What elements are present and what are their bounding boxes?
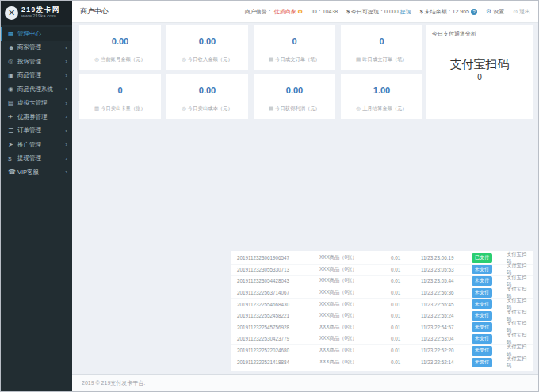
status-badge: 未支付: [472, 311, 492, 321]
brand-url: www.219ka.com: [21, 13, 60, 19]
status-badge: 已支付: [472, 253, 492, 263]
eye-icon: ◉: [8, 86, 17, 93]
cost-icon: ◎: [182, 105, 186, 111]
stat-label: 当前账号金额（元）: [101, 56, 146, 62]
status-badge: 未支付: [472, 358, 492, 367]
sidebar-item-admin-center[interactable]: ▦ 管理中心: [1, 27, 72, 41]
sidebar-item-merchant-management[interactable]: ☻ 商家管理 ›: [1, 41, 72, 55]
logout-button[interactable]: ⊙ 退出: [513, 8, 530, 16]
settings-label: 设置: [493, 8, 504, 16]
order-amount: 0.01: [391, 290, 421, 295]
order-number: 2019112323061906547: [237, 255, 319, 261]
order-number: 2019112322554668430: [237, 302, 319, 307]
logout-label: 退出: [519, 8, 530, 16]
table-row[interactable]: 2019112322522024680 XXX商品（0张） 0.01 11/23…: [231, 345, 533, 357]
sidebar-item-coupon-management[interactable]: ✈ 优惠券管理 ›: [1, 110, 72, 124]
sidebar-item-complaint-management[interactable]: ◎ 投诉管理 ›: [1, 55, 72, 69]
sidebar-item-withdrawal-management[interactable]: $ 提现管理 ›: [1, 152, 72, 166]
merchant-id: ID：10438: [312, 8, 338, 16]
settings-button[interactable]: ⚙ 设置: [486, 8, 504, 16]
sidebar: ✕ 219发卡网 www.219ka.com ▦ 管理中心 ☻ 商家管理 › ◎…: [1, 1, 72, 391]
order-time: 11/23 23:06:19: [421, 255, 472, 261]
stat-card-cards-sold: 0 ▥今日卖出卡量（张）: [79, 74, 161, 119]
stat-card-last-month-settlement: 1.00 ◎上月结算金额（元）: [341, 74, 422, 119]
stat-card-yesterday-orders: 0 ▤昨日成交订单（笔）: [341, 25, 422, 70]
table-row[interactable]: 2019112322530423779 XXX商品（0张） 0.01 11/23…: [231, 333, 533, 345]
user-icon: ☻: [8, 44, 17, 51]
order-number: 2019112322552458221: [237, 313, 319, 318]
chevron-right-icon: ›: [65, 86, 67, 93]
channel-value: 0: [426, 73, 533, 82]
stat-value: 1.00: [341, 86, 422, 95]
footer: 2019 © 219支付发卡平台.: [72, 374, 538, 391]
order-number: 2019112322522024680: [237, 348, 319, 353]
order-product: XXX商品（0张）: [319, 335, 391, 342]
order-time: 11/23 22:54:57: [421, 325, 472, 330]
chevron-right-icon: ›: [65, 127, 67, 135]
sidebar-item-order-management[interactable]: ☰ 订单管理 ›: [1, 124, 72, 139]
sidebar-item-virtual-card-management[interactable]: ▤ 虚拟卡管理 ›: [1, 97, 72, 111]
coin-icon: ◎: [94, 56, 99, 62]
megaphone-icon: ➤: [8, 141, 17, 148]
brand-logo-icon: ✕: [5, 6, 18, 20]
order-amount: 0.01: [391, 325, 421, 330]
dollar-icon: $: [420, 9, 423, 14]
table-row[interactable]: 2019112322521418884 XXX商品（0张） 0.01 11/23…: [231, 356, 533, 368]
chevron-right-icon: ›: [65, 169, 67, 176]
sidebar-item-label: 管理中心: [17, 30, 41, 38]
stat-card-today-orders: 0 ▤今日成交订单（笔）: [254, 25, 335, 70]
order-time: 11/23 23:05:53: [421, 267, 472, 272]
order-time: 11/23 22:52:14: [421, 360, 472, 365]
stat-value: 0: [254, 36, 335, 46]
status-badge: 未支付: [472, 346, 492, 356]
income-icon: ◎: [182, 56, 186, 62]
order-product: XXX商品（0张）: [319, 301, 391, 308]
reputation-value: 优质商家: [274, 8, 296, 16]
sidebar-item-label: 提现管理: [17, 154, 41, 162]
stat-label: 今日卖出卡量（张）: [101, 105, 146, 111]
profit-icon: ▤: [269, 105, 273, 111]
table-row[interactable]: 2019112323054428043 XXX商品（0张） 0.01 11/23…: [231, 276, 533, 287]
brand-logo[interactable]: ✕ 219发卡网 www.219ka.com: [1, 1, 72, 25]
order-time: 11/23 22:55:24: [421, 313, 472, 318]
order-product: XXX商品（0张）: [319, 289, 391, 296]
order-product: XXX商品（0张）: [319, 312, 391, 319]
table-row[interactable]: 2019112322554668430 XXX商品（0张） 0.01 11/23…: [231, 299, 533, 310]
sidebar-item-vip-service[interactable]: ☎ VIP客服 ›: [1, 166, 72, 180]
order-product: XXX商品（0张）: [319, 266, 391, 273]
sidebar-item-product-agent-system[interactable]: ◉ 商品代理系统 ›: [1, 82, 72, 97]
sidebar-menu: ▦ 管理中心 ☻ 商家管理 › ◎ 投诉管理 › ▣ 商品管理 › ◉ 商品代理…: [1, 25, 72, 180]
chevron-right-icon: ›: [65, 58, 67, 65]
briefcase-icon: ▣: [8, 72, 17, 79]
stat-label: 昨日成交订单（笔）: [362, 56, 407, 62]
brand-name: 219发卡网: [21, 6, 60, 13]
order-product: XXX商品（0张）: [319, 324, 391, 331]
dollar-icon: $: [346, 9, 350, 14]
header-account-info: 商户信誉： 优质商家 ✪ ID：10438 $ 今日可提现：0.000 提现 $…: [245, 8, 538, 16]
order-product: XXX商品（0张）: [319, 277, 391, 284]
sidebar-item-product-management[interactable]: ▣ 商品管理 ›: [1, 69, 72, 83]
table-row[interactable]: 2019112322563714067 XXX商品（0张） 0.01 11/23…: [231, 287, 533, 299]
stat-label: 今日获得利润（元）: [275, 105, 320, 111]
order-number: 2019112323054428043: [237, 278, 319, 284]
help-icon[interactable]: ?: [471, 9, 477, 15]
table-row[interactable]: 2019112323061906547 XXX商品（0张） 0.01 11/23…: [231, 253, 533, 265]
channel-panel-title: 今日支付通道分析: [426, 25, 533, 38]
table-row[interactable]: 2019112322552458221 XXX商品（0张） 0.01 11/23…: [231, 310, 533, 322]
stat-label: 今日收入金额（元）: [188, 56, 233, 62]
table-row[interactable]: 2019112322545756928 XXX商品（0张） 0.01 11/23…: [231, 322, 533, 334]
withdraw-link[interactable]: 提现: [400, 8, 411, 16]
status-badge: 未支付: [472, 276, 492, 286]
chevron-right-icon: ›: [65, 72, 67, 79]
order-time: 11/23 22:52:20: [421, 348, 472, 353]
sidebar-item-promotion-management[interactable]: ➤ 推广管理 ›: [1, 138, 72, 152]
order-number: 2019112322545756928: [237, 325, 319, 330]
top-header: 商户中心 商户信誉： 优质商家 ✪ ID：10438 $ 今日可提现：0.000…: [72, 1, 538, 23]
channel-name: 支付宝扫码: [426, 57, 533, 72]
merchant-dashboard-page: ✕ 219发卡网 www.219ka.com ▦ 管理中心 ☻ 商家管理 › ◎…: [0, 0, 539, 392]
order-amount: 0.01: [391, 302, 421, 307]
stat-value: 0: [341, 36, 422, 46]
order-amount: 0.01: [391, 360, 421, 365]
stat-value: 0.00: [166, 86, 248, 95]
table-row[interactable]: 2019112323055330713 XXX商品（0张） 0.01 11/23…: [231, 265, 533, 276]
